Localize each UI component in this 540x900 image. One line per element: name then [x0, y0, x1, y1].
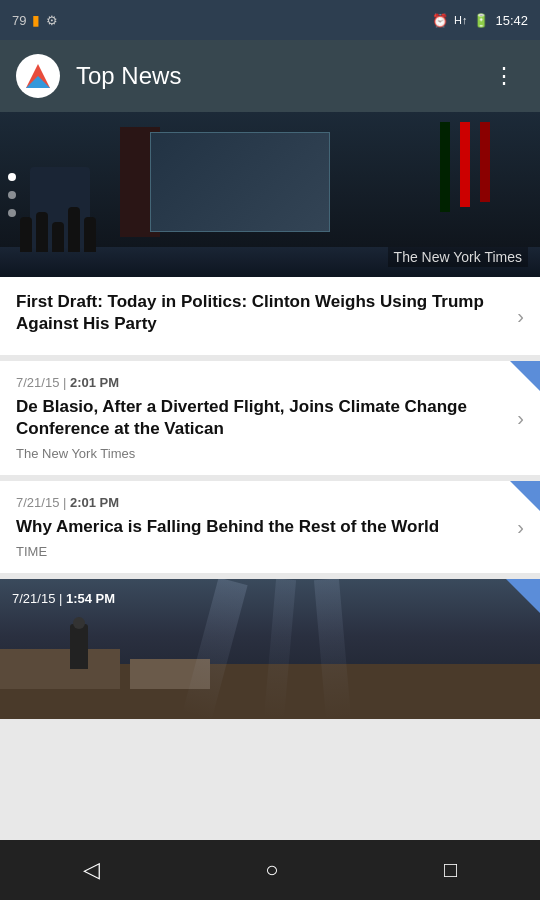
- hero-card[interactable]: The New York Times: [0, 112, 540, 277]
- news-timestamp-2: 7/21/15 | 2:01 PM: [16, 375, 507, 390]
- recent-apps-button[interactable]: □: [414, 847, 487, 893]
- news-source-2: The New York Times: [16, 446, 507, 461]
- back-button[interactable]: ◁: [53, 847, 130, 893]
- news-timestamp-4: 7/21/15 | 1:54 PM: [12, 591, 115, 606]
- signal-icon: H↑: [454, 14, 467, 26]
- figure: [70, 624, 88, 669]
- wall-block-1: [0, 649, 120, 689]
- news-time-4: 1:54 PM: [66, 591, 115, 606]
- status-time: 15:42: [495, 13, 528, 28]
- news-date-4: 7/21/15 |: [12, 591, 66, 606]
- status-bar-left: 79 ▮ ⚙: [12, 12, 58, 28]
- chevron-icon-1: ›: [517, 305, 524, 328]
- flag-2: [460, 122, 470, 207]
- news-time-3: 2:01 PM: [70, 495, 119, 510]
- news-timestamp-3: 7/21/15 | 2:01 PM: [16, 495, 507, 510]
- nav-bar: ◁ ○ □: [0, 840, 540, 900]
- flag-1: [480, 122, 490, 202]
- news-card-2-content: 7/21/15 | 2:01 PM De Blasio, After a Div…: [16, 375, 507, 461]
- status-icon-p: ▮: [32, 12, 40, 28]
- app-bar: Top News ⋮: [0, 40, 540, 112]
- home-button[interactable]: ○: [235, 847, 308, 893]
- hero-dot-2: [8, 191, 16, 199]
- hero-dots: [8, 173, 16, 217]
- projection-screen: [150, 132, 330, 232]
- status-bar: 79 ▮ ⚙ ⏰ H↑ 🔋 15:42: [0, 0, 540, 40]
- hero-dot-1: [8, 173, 16, 181]
- logo-svg: [20, 58, 56, 94]
- status-icon-79: 79: [12, 13, 26, 28]
- chevron-icon-2: ›: [517, 407, 524, 430]
- flag-3: [440, 122, 450, 212]
- status-icon-android: ⚙: [46, 13, 58, 28]
- news-item-4-image[interactable]: 7/21/15 | 1:54 PM: [0, 579, 540, 719]
- news-card-1-content: First Draft: Today in Politics: Clinton …: [16, 291, 507, 341]
- news-date-2: 7/21/15 |: [16, 375, 70, 390]
- corner-flag-3: [510, 481, 540, 511]
- news-item-3[interactable]: 7/21/15 | 2:01 PM Why America is Falling…: [0, 481, 540, 573]
- content-area: The New York Times First Draft: Today in…: [0, 112, 540, 840]
- news-card-3-content: 7/21/15 | 2:01 PM Why America is Falling…: [16, 495, 507, 559]
- hero-dot-3: [8, 209, 16, 217]
- news-item-1[interactable]: First Draft: Today in Politics: Clinton …: [0, 277, 540, 355]
- news-title-2: De Blasio, After a Diverted Flight, Join…: [16, 396, 507, 440]
- app-logo: [16, 54, 60, 98]
- news-date-3: 7/21/15 |: [16, 495, 70, 510]
- news-title-3: Why America is Falling Behind the Rest o…: [16, 516, 507, 538]
- corner-flag-2: [510, 361, 540, 391]
- news-time-2: 2:01 PM: [70, 375, 119, 390]
- alarm-icon: ⏰: [432, 13, 448, 28]
- status-bar-right: ⏰ H↑ 🔋 15:42: [432, 13, 528, 28]
- hero-source: The New York Times: [388, 247, 528, 267]
- app-title: Top News: [76, 62, 469, 90]
- corner-flag-4: [506, 579, 540, 613]
- overflow-menu-button[interactable]: ⋮: [485, 55, 524, 97]
- news-item-2[interactable]: 7/21/15 | 2:01 PM De Blasio, After a Div…: [0, 361, 540, 475]
- chevron-icon-3: ›: [517, 516, 524, 539]
- news-title-1: First Draft: Today in Politics: Clinton …: [16, 291, 507, 335]
- news-source-3: TIME: [16, 544, 507, 559]
- battery-icon: 🔋: [473, 13, 489, 28]
- audience: [20, 202, 120, 252]
